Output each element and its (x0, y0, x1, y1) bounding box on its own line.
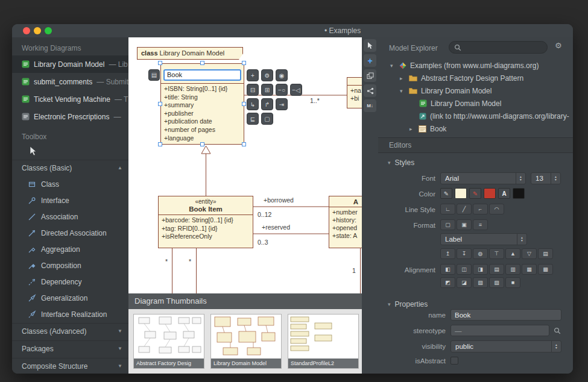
working-diagram-item[interactable]: Library Domain Model — Lib (12, 55, 128, 73)
tool-interface-realization[interactable]: Interface Realization (12, 306, 128, 322)
titlebar[interactable]: • Examples (12, 24, 573, 37)
multiplicity-label[interactable]: 1..* (310, 97, 320, 104)
stepper-icon[interactable]: ▴▾ (516, 173, 525, 184)
red-color-swatch[interactable] (484, 188, 496, 199)
selection-handle[interactable] (200, 142, 204, 146)
font-color-button[interactable]: ✎ (469, 188, 481, 199)
explorer-settings-button[interactable]: ⚙ (555, 41, 562, 50)
align-button[interactable]: ▩ (538, 264, 553, 275)
tree-item-examples[interactable]: ▾ Examples (from www.uml-diagrams.org) (378, 59, 573, 72)
tool-generalization[interactable]: Generalization (12, 290, 128, 306)
class-account-partial[interactable]: A +number +history: +opened +state: A (329, 196, 362, 248)
multiplicity-label[interactable]: 0..12 (258, 211, 271, 218)
thumbnail-standardprofilel2[interactable]: StandardProfileL2 (288, 314, 359, 369)
quick-edit-button[interactable]: ▤ (148, 69, 160, 81)
line-style-oblique-button[interactable]: ╱ (457, 204, 472, 214)
align-button[interactable]: ◨ (473, 264, 488, 275)
diagram-canvas[interactable]: class Library Domain Model Book +ISBN: S… (128, 37, 362, 293)
stepper-icon[interactable]: ▴▾ (551, 173, 560, 184)
line-style-curve-button[interactable]: ◠ (489, 204, 504, 214)
class-author-partial[interactable]: +na +bi (347, 77, 362, 108)
align-button[interactable]: ◪ (457, 277, 472, 288)
name-property-input[interactable] (450, 309, 561, 321)
format-button[interactable]: ≡ (473, 219, 488, 230)
selection-handle[interactable] (242, 102, 246, 106)
diagrams-overview-button[interactable] (364, 69, 376, 82)
font-family-select[interactable]: Arial ▴▾ (440, 172, 526, 184)
tree-item-abstract-factory[interactable]: ▸ Abstract Factory Design Pattern (378, 72, 573, 84)
pointer-tool-button[interactable] (364, 39, 376, 52)
tool-class[interactable]: Class (12, 176, 128, 192)
selection-handle[interactable] (242, 61, 246, 65)
line-color-button[interactable]: ✎ (440, 188, 452, 199)
quick-action-button[interactable]: ↳ (247, 98, 259, 110)
section-classes-advanced[interactable]: Classes (Advanced) ▼ (12, 323, 128, 339)
role-label-borrowed[interactable]: +borrowed (264, 196, 294, 204)
display-option-button[interactable]: ↧ (457, 248, 472, 259)
tool-interface[interactable]: Interface (12, 192, 128, 208)
align-button[interactable]: ◧ (440, 264, 455, 275)
line-style-roundrect-button[interactable]: ⌐ (473, 204, 488, 214)
class-book[interactable]: Book +ISBN: String[0..1] {id} +title: St… (160, 63, 244, 145)
minimize-window-button[interactable] (34, 27, 41, 34)
quick-action-button[interactable]: ⊞ (261, 84, 273, 96)
multiplicity-label[interactable]: 1 (352, 267, 356, 274)
stepper-icon[interactable]: ▴▾ (551, 341, 561, 352)
move-tool-button[interactable]: + (364, 54, 376, 67)
search-field[interactable] (449, 41, 548, 54)
stepper-icon[interactable]: ▴▾ (517, 234, 526, 245)
display-option-button[interactable]: ▤ (538, 248, 553, 259)
settings-icon-button[interactable]: ⚙ (261, 69, 273, 81)
format-button[interactable]: ▢ (440, 219, 455, 230)
align-button[interactable]: ▨ (489, 277, 504, 288)
selection-handle[interactable] (242, 142, 246, 146)
align-button[interactable]: ▥ (505, 264, 520, 275)
line-style-rectilinear-button[interactable]: ∟ (440, 204, 455, 214)
tree-item-library-domain-model-diagram[interactable]: Library Domain Model (378, 97, 573, 110)
selection-handle[interactable] (158, 61, 162, 65)
section-packages[interactable]: Packages ▼ (12, 340, 128, 356)
share-button[interactable] (364, 84, 376, 97)
section-classes-basic[interactable]: Classes (Basic) ▲ (12, 160, 128, 175)
tool-aggregation[interactable]: Aggregation (12, 241, 128, 257)
working-diagram-item[interactable]: Electronic Prescriptions — (12, 108, 128, 125)
align-button[interactable]: ▤ (489, 264, 504, 275)
quick-action-button[interactable]: ⊟ (247, 84, 259, 96)
thumbnail-library-domain-model[interactable]: Library Domain Model (210, 314, 282, 369)
quick-action-button[interactable]: ⇥ (276, 98, 288, 110)
stereotype-display-select[interactable]: Label ▴▾ (440, 233, 527, 245)
tool-dependency[interactable]: Dependency (12, 274, 128, 290)
selection-handle[interactable] (158, 102, 162, 106)
fill-color-swatch[interactable] (455, 188, 467, 199)
properties-section-header[interactable]: ▾ Properties (378, 298, 573, 310)
multiplicity-label[interactable]: * (165, 258, 168, 265)
zoom-window-button[interactable] (45, 27, 52, 34)
role-label-reserved[interactable]: +reserved (262, 224, 290, 231)
black-color-swatch[interactable] (513, 188, 525, 199)
quick-action-button[interactable]: + (247, 69, 259, 81)
close-window-button[interactable] (23, 27, 30, 34)
align-button[interactable]: ▦ (522, 264, 537, 275)
tree-item-book[interactable]: ▸ Book (378, 122, 573, 135)
search-input[interactable] (464, 43, 539, 52)
isabstract-checkbox[interactable] (450, 357, 458, 365)
align-button[interactable]: ◩ (440, 277, 455, 288)
quick-action-button[interactable]: ↱ (261, 98, 273, 110)
selection-handle[interactable] (200, 61, 204, 65)
visibility-select[interactable]: public ▴▾ (450, 340, 561, 352)
pointer-tool-button[interactable] (25, 143, 40, 158)
stereotype-property-input[interactable] (450, 325, 549, 336)
tree-item-link[interactable]: (link to http://www.uml-diagrams.org/lib… (378, 110, 573, 122)
quick-action-button[interactable]: ⊑ (247, 113, 259, 125)
add-interface-button[interactable]: −○ (276, 84, 288, 96)
display-option-button[interactable]: ▽ (522, 248, 537, 259)
diagram-frame-label[interactable]: class Library Domain Model (137, 47, 243, 60)
tree-item-library-domain-model-pkg[interactable]: ▾ Library Domain Model (378, 84, 573, 97)
multiplicity-label[interactable]: 0..3 (258, 239, 268, 246)
working-diagram-item[interactable]: Ticket Vending Machine — T (12, 90, 128, 108)
align-button[interactable]: ◫ (457, 264, 472, 275)
section-composite-structure[interactable]: Composite Structure ▼ (12, 358, 128, 374)
format-button[interactable]: ▣ (457, 219, 472, 230)
display-option-button[interactable]: ▲ (505, 248, 520, 259)
font-size-spinner[interactable]: 13 ▴▾ (531, 172, 561, 184)
